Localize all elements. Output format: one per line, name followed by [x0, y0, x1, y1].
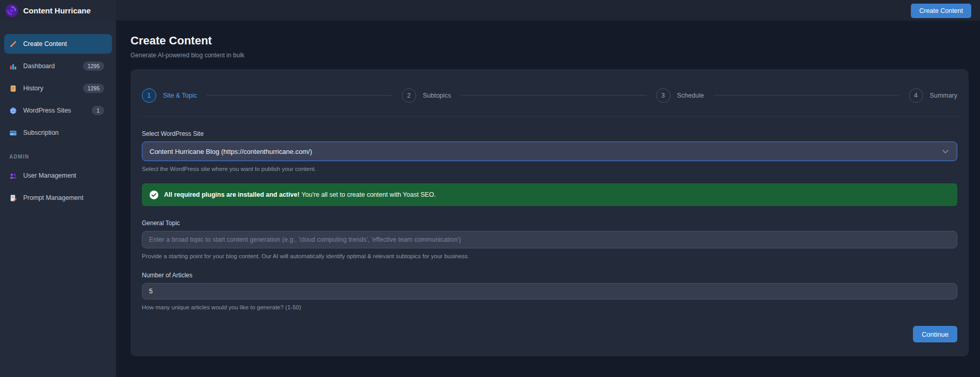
step-site-topic: 1 Site & Topic: [142, 88, 197, 103]
sidebar-item-history[interactable]: History 1295: [4, 78, 112, 98]
article-count-input[interactable]: [142, 283, 957, 300]
continue-button[interactable]: Continue: [913, 326, 957, 342]
banner-text-bold: All required plugins are installed and a…: [164, 191, 300, 198]
sidebar-item-prompt-management[interactable]: Prompt Management: [4, 188, 112, 208]
step-connector: [461, 95, 647, 96]
history-count-badge: 1295: [83, 84, 104, 93]
users-icon: [9, 172, 17, 180]
globe-icon: [9, 107, 17, 115]
sidebar-item-label: History: [23, 85, 43, 92]
sidebar-item-subscription[interactable]: Subscription: [4, 123, 112, 143]
site-select-label: Select WordPress Site: [142, 130, 957, 137]
form-actions: Continue: [142, 326, 957, 342]
bar-chart-icon: [9, 62, 17, 70]
hurricane-logo-icon: [5, 4, 18, 17]
general-topic-helper: Provide a starting point for your blog c…: [142, 253, 957, 259]
step-connector: [713, 95, 900, 96]
site-select-helper: Select the WordPress site where you want…: [142, 166, 957, 172]
sidebar-item-label: Create Content: [23, 40, 67, 48]
stepper: 1 Site & Topic 2 Subtopics 3 Schedule 4 …: [139, 69, 960, 117]
step-circle: 4: [909, 88, 923, 103]
step-circle: 1: [142, 88, 156, 103]
page-subtitle: Generate AI-powered blog content in bulk: [130, 52, 969, 59]
app-title: Content Hurricane: [23, 6, 91, 15]
step-circle: 3: [656, 88, 671, 103]
sidebar-item-create-content[interactable]: Create Content: [4, 34, 112, 54]
step-schedule: 3 Schedule: [656, 88, 704, 103]
step-circle: 2: [402, 88, 416, 103]
dashboard-count-badge: 1295: [83, 61, 104, 71]
step-label: Subtopics: [423, 92, 451, 99]
credit-card-icon: [9, 129, 17, 137]
step-summary: 4 Summary: [909, 88, 957, 103]
chevron-down-icon: [942, 150, 949, 153]
header-create-content-button[interactable]: Create Content: [911, 4, 971, 18]
main-content: Create Content Generate AI-powered blog …: [116, 21, 980, 377]
top-header: Content Hurricane Create Content: [0, 0, 980, 21]
sidebar-item-dashboard[interactable]: Dashboard 1295: [4, 56, 112, 76]
sidebar: Create Content Dashboard 1295 History 12…: [0, 21, 116, 377]
site-topic-form: Select WordPress Site Content Hurricane …: [139, 117, 960, 342]
article-count-helper: How many unique articles would you like …: [142, 304, 957, 310]
pencil-icon: [9, 40, 17, 48]
wordpress-site-select-value: Content Hurricane Blog (https://contenth…: [150, 148, 312, 155]
step-label: Site & Topic: [163, 92, 197, 99]
admin-section-label: ADMIN: [9, 154, 107, 160]
sidebar-item-label: Dashboard: [23, 62, 55, 70]
page-title: Create Content: [130, 34, 969, 48]
banner-text: All required plugins are installed and a…: [164, 191, 436, 198]
step-label: Schedule: [677, 92, 704, 99]
sidebar-item-label: WordPress Sites: [23, 107, 71, 114]
sidebar-item-user-management[interactable]: User Management: [4, 166, 112, 185]
sidebar-item-label: User Management: [23, 172, 76, 179]
wizard-card: 1 Site & Topic 2 Subtopics 3 Schedule 4 …: [130, 69, 969, 356]
wordpress-sites-count-badge: 1: [92, 106, 104, 115]
memo-pencil-icon: [9, 194, 17, 202]
scroll-icon: [9, 85, 17, 92]
article-count-label: Number of Articles: [142, 272, 957, 279]
check-circle-icon: [150, 191, 158, 199]
step-label: Summary: [930, 92, 957, 99]
step-connector: [206, 95, 393, 96]
plugins-success-banner: All required plugins are installed and a…: [142, 183, 957, 206]
sidebar-item-wordpress-sites[interactable]: WordPress Sites 1: [4, 101, 112, 120]
sidebar-item-label: Subscription: [23, 129, 59, 136]
sidebar-item-label: Prompt Management: [23, 194, 84, 201]
brand-area: Content Hurricane: [0, 0, 116, 21]
banner-text-rest: You're all set to create content with Yo…: [302, 191, 436, 198]
general-topic-label: General Topic: [142, 219, 957, 227]
step-subtopics: 2 Subtopics: [402, 88, 451, 103]
wordpress-site-select[interactable]: Content Hurricane Blog (https://contenth…: [142, 142, 957, 161]
general-topic-input[interactable]: [142, 231, 957, 248]
